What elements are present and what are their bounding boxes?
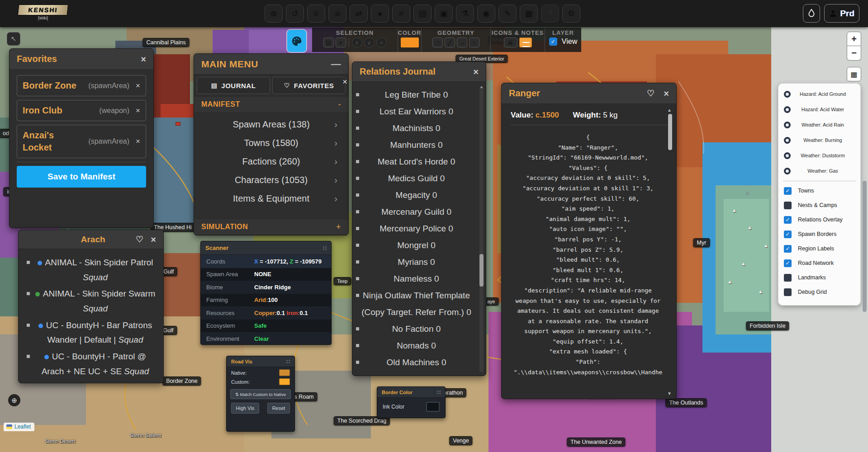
unchecked-checkbox-icon[interactable] [784,274,792,282]
ink-color-swatch[interactable] [426,402,440,412]
faction-relation-item[interactable]: Mercenary Guild 0 [360,203,472,220]
drag-handle-icon[interactable]: ∷ [437,389,441,396]
rectangle-tool-button[interactable]: □ [432,38,443,47]
gear-nav-button[interactable]: ⚙ [562,5,580,23]
theme-droplet-button[interactable] [803,4,820,23]
active-color-swatch[interactable] [401,38,419,47]
layer-checkbox-item[interactable]: Nests & Camps [778,198,860,212]
close-icon[interactable]: × [141,55,146,64]
match-custom-to-native-button[interactable]: ⇅ Match Custom to Native [230,389,291,399]
faction-relation-item[interactable]: Manhunters 0 [360,137,472,153]
overlay-radio-item[interactable]: Weather: Burning [778,132,860,148]
journal-nav-button[interactable]: ▤ [413,5,432,23]
scrollbar-thumb[interactable] [668,114,672,150]
custom-color-swatch[interactable] [279,378,290,385]
overlay-radio-item[interactable]: Weather: Duststorm [778,148,860,163]
scanner-header[interactable]: Scanner ∷ [201,241,331,255]
faction-relation-item[interactable]: Ninja Outlaw Thief Template (Copy Target… [360,287,472,320]
layer-checkbox-item[interactable]: ✓Spawn Borders [778,227,860,241]
close-icon[interactable]: × [664,89,669,98]
paintbrush-nav-button[interactable]: ✎ [498,5,517,23]
layer-checkbox-item[interactable]: Debug Grid [778,285,860,299]
site-logo[interactable]: KENSHI [Wiki] [18,5,68,20]
border-color-header[interactable]: Border Color ∷ [377,387,445,398]
manifest-item[interactable]: Spawn Areas (138)› [194,115,348,134]
remove-favorite-icon[interactable]: × [136,137,140,146]
minimize-icon[interactable]: — [331,58,342,70]
scrollbar-track[interactable] [479,86,484,372]
globe-nav-button[interactable]: ⊕ [265,5,283,23]
checked-checkbox-icon[interactable]: ✓ [784,216,792,224]
zoom-in-button[interactable]: + [847,32,861,46]
crown-nav-button[interactable]: ♕ [307,5,325,23]
sliders-nav-button[interactable]: ≡ [392,5,410,23]
remove-favorite-icon[interactable]: × [136,81,140,90]
faction-relation-item[interactable]: Old Machines 0 [360,354,472,371]
page-scrollbar[interactable] [863,181,867,312]
globe-overlay-button[interactable]: ⊕ [8,394,20,406]
signpost-nav-button[interactable]: ⇄ [350,5,368,23]
faction-relation-item[interactable]: Meat Lord's Horde 0 [360,153,472,170]
drag-handle-icon[interactable]: ∷ [323,245,327,251]
overlay-radio-item[interactable]: Hazard: Acid Water [778,102,860,117]
simulation-section-header[interactable]: SIMULATION + [194,219,348,235]
flask-nav-button[interactable]: ⚗ [456,5,474,23]
faction-relation-item[interactable]: Nomads 0 [360,337,472,354]
zoom-out-button[interactable]: − [847,46,861,61]
high-vis-button[interactable]: High Vis [231,403,259,414]
raise-selection-button[interactable]: ∧ [352,38,362,47]
favorite-heart-icon[interactable]: ♡ [136,235,143,244]
faction-relation-item[interactable]: Nameless 0 [360,270,472,287]
clear-selection-button[interactable]: × [376,38,387,47]
scroll-up-icon[interactable]: ▲ [479,85,484,89]
layer-checkbox-item[interactable]: ✓Towns [778,184,860,198]
favorite-heart-icon[interactable]: ♡ [647,89,655,98]
checked-checkbox-icon[interactable]: ✓ [784,259,792,267]
favorite-item[interactable]: Iron Club(weapon)× [17,100,146,121]
help-nav-button[interactable]: ? [541,5,559,23]
profile-button[interactable]: Prd [824,4,859,23]
layer-checkbox-item[interactable]: Landmarks [778,270,860,285]
leaf-nav-button[interactable]: ♠ [371,5,389,23]
relations-journal-header[interactable]: Relations Journal × [352,62,486,82]
faction-relation-item[interactable]: Medics Guild 0 [360,170,472,187]
checked-checkbox-icon[interactable]: ✓ [784,187,792,195]
favorite-item[interactable]: Anzai's Locket(spawnArea)× [17,125,146,158]
reset-button[interactable]: Reset [267,403,290,414]
faction-relation-item[interactable]: Mongrel 0 [360,237,472,254]
checked-checkbox-icon[interactable]: ✓ [784,245,792,253]
leaflet-attribution[interactable]: Leaflet [4,423,34,431]
native-color-swatch[interactable] [279,369,290,376]
layer-view-checkbox[interactable]: ✓ [549,38,557,46]
image-nav-button[interactable]: ▦ [520,5,538,23]
squad-list-item[interactable]: ANIMAL - Skin Spider Patrol Squad [23,255,157,285]
faction-relation-item[interactable]: Mercenary Police 0 [360,220,472,237]
overlay-radio-item[interactable]: Weather: Gas [778,163,860,179]
checked-checkbox-icon[interactable]: ✓ [784,231,792,238]
ranger-header[interactable]: Ranger ♡ × [502,83,676,104]
scroll-up-icon[interactable]: ▲ [667,108,672,113]
faction-relation-item[interactable]: Leg Biter Tribe 0 [360,86,472,103]
note-button[interactable] [519,38,532,47]
faction-relation-item[interactable]: No Faction 0 [360,320,472,337]
manifest-item[interactable]: Items & Equipment› [194,189,348,208]
close-icon[interactable]: × [151,235,156,244]
manifest-section-header[interactable]: MANIFEST - [194,96,348,113]
recenter-button[interactable]: ↖ [7,32,20,46]
faction-relation-item[interactable]: Machinists 0 [360,120,472,137]
faction-relation-item[interactable]: Myrians 0 [360,254,472,270]
arrow-tool-button[interactable]: → [457,38,467,47]
squad-list-item[interactable]: ANIMAL - Skin Spider Swarm Squad [23,287,157,316]
circle-tool-button[interactable]: ○ [469,38,479,47]
arach-panel-header[interactable]: Arach ♡ × [19,230,163,249]
squad-list-item[interactable]: UC - BountyH - Patrol @ Arach + NE UC + … [23,349,157,379]
skull-marker-button[interactable]: ☠ [504,38,517,47]
layer-checkbox-item[interactable]: ✓Relations Overlay [778,212,860,227]
scroll-down-icon[interactable]: ▼ [667,391,672,396]
lower-selection-button[interactable]: ∨ [364,38,375,47]
backpack-nav-button[interactable]: ▣ [435,5,453,23]
favorites-panel-header[interactable]: Favorites × [9,49,153,70]
unchecked-checkbox-icon[interactable] [784,202,792,209]
map-pin-nav-button[interactable]: ◉ [477,5,495,23]
manifest-item[interactable]: Characters (1053)› [194,171,348,189]
